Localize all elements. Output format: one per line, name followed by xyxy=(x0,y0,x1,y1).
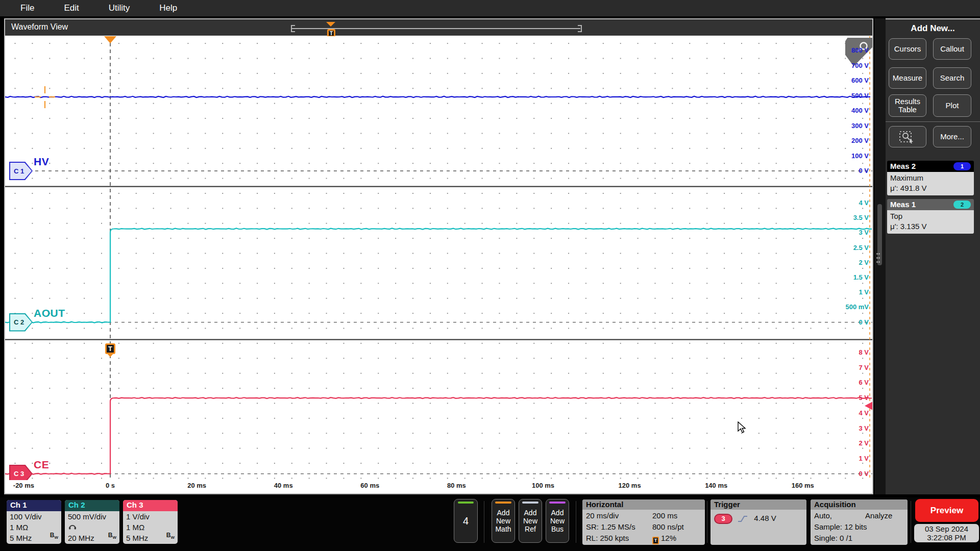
y-label: 1.5 V xyxy=(823,273,869,282)
horizontal-title: Horizontal xyxy=(582,499,705,510)
expansion-point-icon[interactable] xyxy=(326,22,335,27)
trigger-level: 4.48 V xyxy=(754,514,776,522)
channel-scale: 100 V/div xyxy=(10,511,58,522)
menu-edit[interactable]: Edit xyxy=(64,3,79,13)
measurement-card-meas-1[interactable]: Meas 12Topμ': 3.135 V xyxy=(887,199,974,234)
measurement-body: Topμ': 3.135 V xyxy=(887,210,974,234)
horizontal-panel[interactable]: Horizontal 20 ms/div 200 ms SR: 1.25 MS/… xyxy=(582,499,705,545)
x-label: 100 ms xyxy=(520,482,566,489)
sidebar-divider xyxy=(886,121,980,122)
x-label: 0 s xyxy=(87,482,133,489)
y-label: 6 V xyxy=(823,379,869,387)
search-button[interactable]: Search xyxy=(933,67,971,89)
acquisition-mode: Auto, xyxy=(814,510,865,521)
channel-card-2[interactable]: Ch 2500 mV/div20 MHzBW xyxy=(65,500,119,544)
record-end-bracket xyxy=(578,25,582,32)
add-new-bus-button[interactable]: Add New Bus xyxy=(546,499,569,543)
horizontal-position-bar[interactable] xyxy=(292,28,580,29)
menu-bar: FileEditUtilityHelp xyxy=(0,0,980,16)
divider xyxy=(911,501,911,543)
horizontal-resolution: 800 ns/pt xyxy=(652,521,684,533)
channel-4-button[interactable]: 4 xyxy=(454,499,478,543)
y-label: 0 V xyxy=(823,318,869,327)
cursors-button[interactable]: Cursors xyxy=(889,38,926,60)
channel-name-aout: AOUT xyxy=(34,307,65,319)
panel-splitter[interactable] xyxy=(874,18,886,494)
y-label: 1 V xyxy=(823,288,869,296)
channel-card-title: Ch 2 xyxy=(65,500,119,511)
x-label: 40 ms xyxy=(260,482,306,489)
preview-button[interactable]: Preview xyxy=(915,499,978,522)
callout-button[interactable]: Callout xyxy=(933,38,971,60)
channel-card-title: Ch 1 xyxy=(7,500,61,511)
channel-card-title: Ch 3 xyxy=(123,500,178,511)
y-label: 200 V xyxy=(823,137,869,145)
acquisition-panel[interactable]: Acquisition Auto, Analyze Sample: 12 bit… xyxy=(811,499,908,545)
settings-bar: 4 Horizontal 20 ms/div 200 ms SR: 1.25 M… xyxy=(0,497,980,551)
acquisition-title: Acquisition xyxy=(811,499,908,510)
x-label: 120 ms xyxy=(607,482,653,489)
menu-file[interactable]: File xyxy=(20,3,34,13)
channel-4-colorbar xyxy=(458,502,474,504)
channel-card-body: 1 V/div1 MΩ5 MHzBW xyxy=(123,511,178,544)
measurement-type: Top xyxy=(890,211,971,221)
source-badge: 2 xyxy=(953,201,971,209)
x-label: 160 ms xyxy=(780,482,826,489)
menu-help[interactable]: Help xyxy=(159,3,177,13)
date: 03 Sep 2024 xyxy=(914,524,979,533)
channel-card-3[interactable]: Ch 31 V/div1 MΩ5 MHzBW xyxy=(123,500,178,544)
y-label: 600 V xyxy=(823,77,869,85)
add-new-title: Add New... xyxy=(886,23,980,34)
horizontal-scale: 20 ms/div xyxy=(586,510,652,521)
drag-handle-icon[interactable] xyxy=(876,253,880,265)
trigger-panel[interactable]: Trigger 3 4.48 V xyxy=(710,499,806,545)
divider xyxy=(576,501,576,543)
results-table-button[interactable]: Results Table xyxy=(889,94,926,117)
acquisition-single: Single: 0 /1 xyxy=(814,533,904,544)
y-label: 1 V xyxy=(823,455,869,463)
measurement-body: Maximumμ': 491.8 V xyxy=(887,172,974,195)
menu-utility[interactable]: Utility xyxy=(109,3,130,13)
measurement-title: Meas 12 xyxy=(887,199,974,210)
channel-card-1[interactable]: Ch 1100 V/div1 MΩ5 MHzBW xyxy=(7,500,61,544)
measurement-title: Meas 21 xyxy=(887,161,974,172)
time-axis: -20 ms0 s20 ms40 ms60 ms80 ms100 ms120 m… xyxy=(5,480,872,493)
waveform-view-titlebar: Waveform View T xyxy=(5,19,872,36)
channel-name-hv: HV xyxy=(34,156,49,168)
y-label: 3 V xyxy=(823,424,869,433)
trigger-source-badge: 3 xyxy=(714,514,732,524)
more-button[interactable]: More... xyxy=(933,126,971,147)
divider xyxy=(707,501,707,543)
add-new-ref-button[interactable]: Add New Ref xyxy=(519,499,542,543)
y-label: 3.5 V xyxy=(823,214,869,222)
time: 3:22:08 PM xyxy=(914,533,979,542)
y-label: 3 V xyxy=(823,229,869,237)
horizontal-window: 200 ms xyxy=(652,510,677,521)
graticule[interactable]: T 800 V700 V600 V500 V400 V300 V200 V100… xyxy=(5,36,872,480)
y-label: 8 V xyxy=(823,348,869,357)
divider xyxy=(484,501,484,543)
y-label: 5 V xyxy=(823,394,869,402)
measurement-card-meas-2[interactable]: Meas 21Maximumμ': 491.8 V xyxy=(887,161,974,195)
x-label: 80 ms xyxy=(433,482,479,489)
y-label: 4 V xyxy=(823,409,869,417)
trigger-point-icon[interactable]: T xyxy=(105,343,115,354)
y-label: 0 V xyxy=(823,167,869,175)
acquisition-analyze: Analyze xyxy=(865,510,892,521)
bandwidth-limit-icon: BW xyxy=(50,530,58,543)
plot-button[interactable]: Plot xyxy=(933,94,971,117)
y-label: 2.5 V xyxy=(823,244,869,252)
channel-name-ce: CE xyxy=(34,459,49,471)
y-label: 500 V xyxy=(823,92,869,100)
channel-card-body: 100 V/div1 MΩ5 MHzBW xyxy=(7,511,61,544)
y-label: 0 V xyxy=(823,470,869,478)
horizontal-position: T12% xyxy=(652,533,676,544)
bandwidth-limit-icon: BW xyxy=(108,530,116,543)
results-bar: Add New... More... CursorsCalloutMeasure… xyxy=(886,18,980,494)
measure-button[interactable]: Measure xyxy=(889,67,926,89)
x-label: 20 ms xyxy=(174,482,220,489)
add-new-math-button[interactable]: Add New Math xyxy=(492,499,515,543)
x-label: 140 ms xyxy=(693,482,739,489)
colorbar xyxy=(495,502,511,504)
zoom-mode-button[interactable] xyxy=(889,126,926,147)
